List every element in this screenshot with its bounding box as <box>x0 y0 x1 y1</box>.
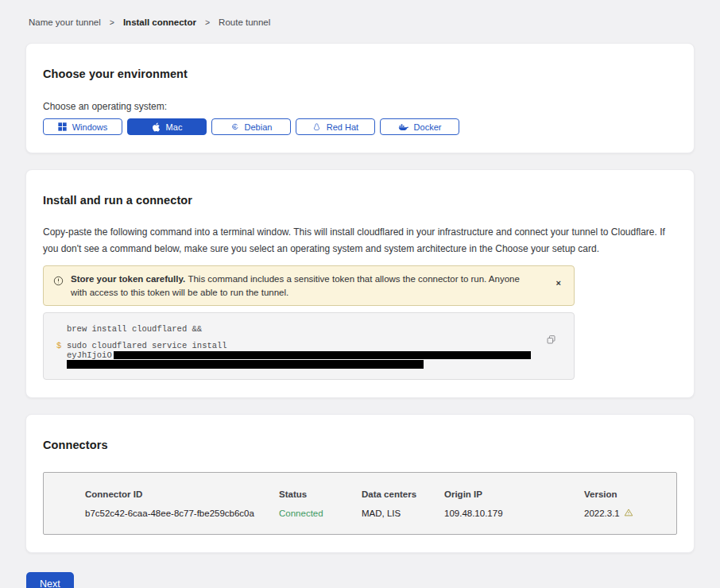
os-button-docker[interactable]: Docker <box>380 118 459 135</box>
environment-card-title: Choose your environment <box>43 68 677 80</box>
windows-icon <box>58 122 67 131</box>
os-picker: Windows Mac Debian Red Hat Docker <box>43 118 677 135</box>
os-button-label: Debian <box>245 122 273 132</box>
apple-icon <box>152 122 161 132</box>
os-button-label: Docker <box>414 122 442 132</box>
os-button-windows[interactable]: Windows <box>43 118 122 135</box>
tunnel-setup-page: Name your tunnel > Install connector > R… <box>0 0 720 588</box>
code-line-sudo: sudo cloudflared service install <box>67 341 227 350</box>
connectors-card-title: Connectors <box>43 439 677 451</box>
install-card-title: Install and run a connector <box>43 194 677 207</box>
os-picker-label: Choose an operating system: <box>43 101 677 112</box>
os-button-label: Mac <box>166 122 183 132</box>
connectors-table-header: Connector ID Status Data centers Origin … <box>85 489 664 499</box>
breadcrumb-separator: > <box>110 17 114 27</box>
alert-circle-icon <box>53 275 64 289</box>
shell-prompt: $ <box>56 342 67 369</box>
connector-status-value: Connected <box>279 509 362 518</box>
os-button-mac[interactable]: Mac <box>127 118 207 135</box>
redacted-token-bar <box>67 360 424 369</box>
token-warning-banner: Store your token carefully. This command… <box>43 265 575 306</box>
choose-environment-card: Choose your environment Choose an operat… <box>25 43 695 153</box>
column-header-origin-ip: Origin IP <box>444 489 584 499</box>
connector-data-centers-value: MAD, LIS <box>362 509 444 518</box>
code-line-brew: brew install cloudflared && <box>67 325 539 334</box>
close-icon[interactable]: × <box>553 277 564 289</box>
column-header-data-centers: Data centers <box>362 489 444 499</box>
token-warning-title: Store your token carefully. <box>71 274 188 284</box>
connectors-table: Connector ID Status Data centers Origin … <box>43 472 677 535</box>
redhat-icon <box>312 122 321 132</box>
os-button-redhat[interactable]: Red Hat <box>296 118 375 135</box>
redacted-token-bar <box>114 351 531 359</box>
install-command-codeblock: brew install cloudflared && $ sudo cloud… <box>43 312 575 380</box>
debian-icon <box>230 122 239 131</box>
column-header-connector-id: Connector ID <box>85 489 279 499</box>
token-warning-text: Store your token carefully. This command… <box>71 273 537 299</box>
table-row: b7c52c42-6caa-48ee-8c77-fbe259cb6c0a Con… <box>85 508 664 519</box>
install-card-description: Copy-paste the following command into a … <box>43 224 677 257</box>
os-button-debian[interactable]: Debian <box>211 118 291 135</box>
column-header-version: Version <box>584 489 664 499</box>
breadcrumb-step-name-your-tunnel[interactable]: Name your tunnel <box>29 17 101 27</box>
version-warning-icon <box>624 508 633 519</box>
connector-origin-ip-value: 109.48.10.179 <box>444 509 584 518</box>
os-button-label: Windows <box>72 122 108 132</box>
column-header-status: Status <box>279 489 362 499</box>
next-button[interactable]: Next <box>26 572 74 588</box>
connector-id-value: b7c52c42-6caa-48ee-8c77-fbe259cb6c0a <box>85 509 279 518</box>
breadcrumb-step-install-connector[interactable]: Install connector <box>123 17 196 27</box>
os-button-label: Red Hat <box>327 122 358 132</box>
token-prefix: eyJhIjoiO <box>67 350 112 360</box>
connector-version-value: 2022.3.1 <box>584 509 620 518</box>
copy-icon[interactable] <box>546 335 556 347</box>
breadcrumb-separator: > <box>205 17 210 27</box>
docker-icon <box>398 122 408 131</box>
install-connector-card: Install and run a connector Copy-paste t… <box>25 169 695 398</box>
connectors-card: Connectors Connector ID Status Data cent… <box>25 414 695 553</box>
breadcrumb-step-route-tunnel[interactable]: Route tunnel <box>219 17 270 27</box>
breadcrumb: Name your tunnel > Install connector > R… <box>25 17 695 27</box>
